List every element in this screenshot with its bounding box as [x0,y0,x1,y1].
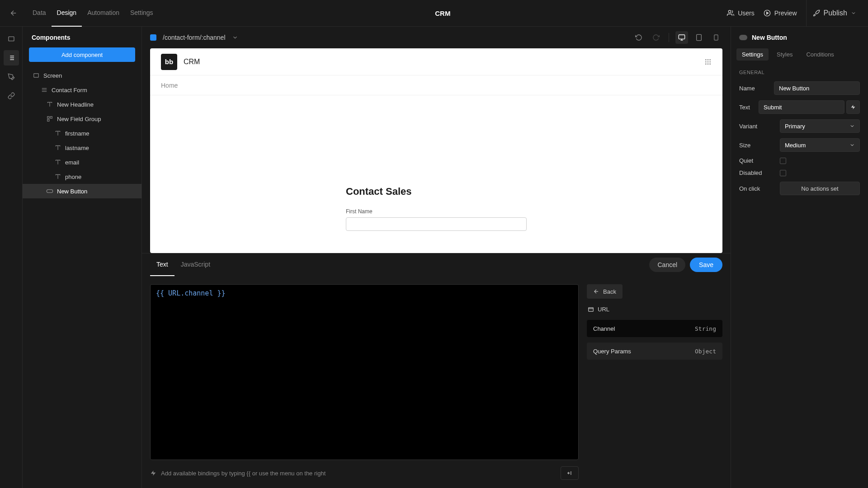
tab-data[interactable]: Data [27,0,52,27]
binding-row-channel[interactable]: Channel String [587,320,722,337]
select-value: Primary [785,123,805,130]
preview-label: Preview [774,9,797,17]
users-icon [727,9,734,17]
prop-select-size[interactable]: Medium [780,138,860,152]
tree-label: New Button [57,188,87,195]
tree-label: Screen [43,72,62,79]
tree-contact-form[interactable]: Contact Form [23,83,142,97]
back-arrow-icon[interactable] [5,5,22,21]
preview-app-name: CRM [184,58,200,66]
add-component-button[interactable]: Add component [29,47,135,62]
chevron-down-icon[interactable] [232,34,238,41]
app-title: CRM [159,9,727,17]
editor-tab-javascript[interactable]: JavaScript [175,253,217,276]
props-title: New Button [752,34,787,41]
tab-automation[interactable]: Automation [82,0,125,27]
tree-new-button[interactable]: New Button [23,184,142,198]
preview-button[interactable]: Preview [764,9,797,17]
tree-email[interactable]: email [23,155,142,169]
tree-label: phone [65,174,81,180]
code-editor[interactable]: {{ URL.channel }} [150,284,579,460]
tree-lastname[interactable]: lastname [23,141,142,155]
props-tab-settings[interactable]: Settings [736,48,769,61]
top-tabs: Data Design Automation Settings [27,0,159,27]
prop-label-text: Text [739,104,754,111]
insert-binding-button[interactable] [561,466,579,480]
tree-firstname[interactable]: firstname [23,126,142,141]
chevron-down-icon [851,10,856,16]
tree-headline[interactable]: New Headline [23,97,142,112]
prop-select-variant[interactable]: Primary [780,119,860,133]
group-icon [46,115,53,122]
svg-rect-23 [679,35,684,39]
tree-label: email [65,159,79,166]
rail-link-icon[interactable] [4,88,19,103]
route-indicator [150,34,156,41]
chevron-down-icon [849,123,855,129]
props-tab-conditions[interactable]: Conditions [801,48,839,61]
bindings-url-header: URL [587,304,722,314]
binding-name: Channel [593,325,615,332]
svg-point-36 [708,63,709,65]
svg-rect-3 [9,37,14,41]
properties-panel: New Button Settings Styles Conditions GE… [731,27,868,488]
editor-tabs: Text JavaScript Cancel Save [142,253,731,276]
save-button[interactable]: Save [690,258,722,272]
binding-row-query-params[interactable]: Query Params Object [587,343,722,360]
bindings-back-button[interactable]: Back [587,284,623,299]
arrow-left-icon [593,288,599,295]
preview-body: Contact Sales First Name [150,95,722,253]
field-label-firstname: First Name [346,208,527,215]
tablet-icon[interactable] [693,31,705,44]
svg-point-33 [708,61,709,62]
props-tab-styles[interactable]: Styles [771,48,798,61]
props-tabs: Settings Styles Conditions [731,48,868,65]
select-value: Medium [785,142,806,149]
props-section-general: GENERAL [731,65,868,79]
bind-text-button[interactable] [846,100,860,114]
button-icon [739,35,747,40]
top-bar: Data Design Automation Settings CRM User… [0,0,868,27]
preview-header: bb CRM [150,48,722,75]
prop-input-name[interactable] [774,81,860,95]
checkbox-disabled[interactable] [780,170,786,176]
cancel-button[interactable]: Cancel [649,258,685,272]
svg-point-32 [705,61,707,62]
tab-design[interactable]: Design [52,0,82,27]
tree-screen[interactable]: Screen [23,68,142,83]
route-path[interactable]: /contact-form/:channel [163,34,226,41]
rail-theme-icon[interactable] [4,69,19,84]
canvas-toolbar: /contact-form/:channel [142,27,731,48]
tree-label: Contact Form [52,87,87,94]
onclick-button[interactable]: No actions set [780,182,860,195]
prop-label-quiet: Quiet [739,157,775,164]
rail-components-icon[interactable] [4,50,19,66]
tree-field-group[interactable]: New Field Group [23,112,142,126]
rail-screen-icon[interactable] [4,31,19,47]
tree-phone[interactable]: phone [23,169,142,184]
redo-icon[interactable] [650,31,662,44]
tab-settings[interactable]: Settings [125,0,159,27]
preview-nav: Home [150,75,722,95]
tree-label: New Headline [57,101,94,108]
window-icon [588,306,594,313]
prop-input-text[interactable] [759,100,844,114]
field-input-firstname[interactable] [346,217,527,231]
desktop-icon[interactable] [675,31,688,44]
grid-icon[interactable] [704,58,712,66]
props-header: New Button [731,27,868,48]
users-button[interactable]: Users [727,9,755,17]
form-icon [41,86,48,94]
nav-home[interactable]: Home [161,82,178,89]
checkbox-quiet[interactable] [780,158,786,164]
undo-icon[interactable] [632,31,645,44]
app-logo: bb [161,54,177,70]
svg-point-30 [708,59,709,61]
editor-tab-text[interactable]: Text [150,253,175,276]
svg-point-31 [709,59,711,61]
mobile-icon[interactable] [710,31,722,44]
text-icon [54,130,61,137]
publish-button[interactable]: Publish [806,0,863,27]
svg-rect-22 [47,190,52,193]
binding-editor: Text JavaScript Cancel Save {{ URL.chann… [142,253,731,488]
